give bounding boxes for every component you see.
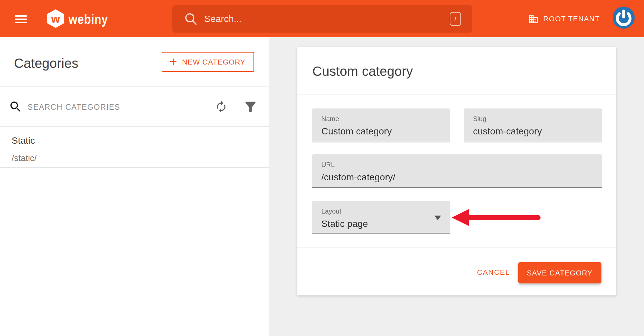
svg-text:w: w	[51, 12, 60, 25]
